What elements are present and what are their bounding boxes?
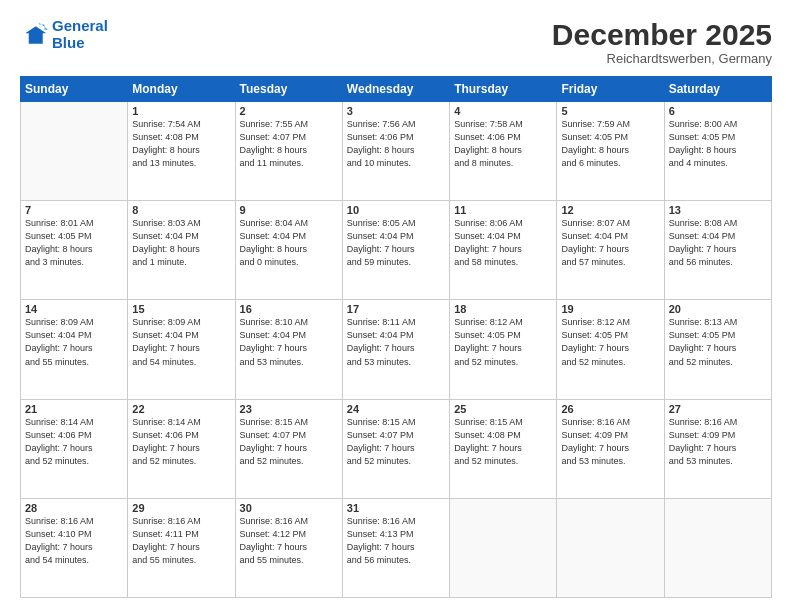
calendar-header-row: SundayMondayTuesdayWednesdayThursdayFrid…	[21, 77, 772, 102]
calendar-week-row: 28Sunrise: 8:16 AM Sunset: 4:10 PM Dayli…	[21, 498, 772, 597]
logo-line2: Blue	[52, 34, 85, 51]
day-number: 13	[669, 204, 767, 216]
calendar-cell: 6Sunrise: 8:00 AM Sunset: 4:05 PM Daylig…	[664, 102, 771, 201]
calendar-cell: 14Sunrise: 8:09 AM Sunset: 4:04 PM Dayli…	[21, 300, 128, 399]
calendar-cell: 23Sunrise: 8:15 AM Sunset: 4:07 PM Dayli…	[235, 399, 342, 498]
calendar-cell: 21Sunrise: 8:14 AM Sunset: 4:06 PM Dayli…	[21, 399, 128, 498]
day-info: Sunrise: 8:16 AM Sunset: 4:11 PM Dayligh…	[132, 515, 230, 567]
calendar-cell	[664, 498, 771, 597]
day-info: Sunrise: 8:10 AM Sunset: 4:04 PM Dayligh…	[240, 316, 338, 368]
calendar-cell: 28Sunrise: 8:16 AM Sunset: 4:10 PM Dayli…	[21, 498, 128, 597]
calendar-week-row: 21Sunrise: 8:14 AM Sunset: 4:06 PM Dayli…	[21, 399, 772, 498]
day-info: Sunrise: 8:03 AM Sunset: 4:04 PM Dayligh…	[132, 217, 230, 269]
weekday-header-saturday: Saturday	[664, 77, 771, 102]
calendar-cell: 31Sunrise: 8:16 AM Sunset: 4:13 PM Dayli…	[342, 498, 449, 597]
day-number: 21	[25, 403, 123, 415]
header: General Blue December 2025 Reichardtswer…	[20, 18, 772, 66]
logo-icon	[20, 21, 48, 49]
day-number: 23	[240, 403, 338, 415]
calendar-cell: 4Sunrise: 7:58 AM Sunset: 4:06 PM Daylig…	[450, 102, 557, 201]
calendar-cell: 3Sunrise: 7:56 AM Sunset: 4:06 PM Daylig…	[342, 102, 449, 201]
day-number: 18	[454, 303, 552, 315]
svg-marker-1	[39, 22, 48, 29]
svg-marker-0	[25, 26, 46, 44]
day-number: 8	[132, 204, 230, 216]
day-number: 22	[132, 403, 230, 415]
calendar-cell: 1Sunrise: 7:54 AM Sunset: 4:08 PM Daylig…	[128, 102, 235, 201]
day-info: Sunrise: 8:01 AM Sunset: 4:05 PM Dayligh…	[25, 217, 123, 269]
weekday-header-sunday: Sunday	[21, 77, 128, 102]
day-info: Sunrise: 8:12 AM Sunset: 4:05 PM Dayligh…	[561, 316, 659, 368]
month-title: December 2025	[552, 18, 772, 51]
calendar-cell: 27Sunrise: 8:16 AM Sunset: 4:09 PM Dayli…	[664, 399, 771, 498]
day-info: Sunrise: 7:59 AM Sunset: 4:05 PM Dayligh…	[561, 118, 659, 170]
calendar-cell: 26Sunrise: 8:16 AM Sunset: 4:09 PM Dayli…	[557, 399, 664, 498]
day-number: 3	[347, 105, 445, 117]
calendar-cell: 9Sunrise: 8:04 AM Sunset: 4:04 PM Daylig…	[235, 201, 342, 300]
calendar-cell: 10Sunrise: 8:05 AM Sunset: 4:04 PM Dayli…	[342, 201, 449, 300]
calendar-cell: 17Sunrise: 8:11 AM Sunset: 4:04 PM Dayli…	[342, 300, 449, 399]
day-number: 4	[454, 105, 552, 117]
calendar-cell: 19Sunrise: 8:12 AM Sunset: 4:05 PM Dayli…	[557, 300, 664, 399]
calendar-cell: 5Sunrise: 7:59 AM Sunset: 4:05 PM Daylig…	[557, 102, 664, 201]
day-number: 27	[669, 403, 767, 415]
calendar-week-row: 1Sunrise: 7:54 AM Sunset: 4:08 PM Daylig…	[21, 102, 772, 201]
day-number: 10	[347, 204, 445, 216]
day-info: Sunrise: 8:15 AM Sunset: 4:07 PM Dayligh…	[347, 416, 445, 468]
calendar-cell	[450, 498, 557, 597]
calendar-cell: 18Sunrise: 8:12 AM Sunset: 4:05 PM Dayli…	[450, 300, 557, 399]
day-number: 24	[347, 403, 445, 415]
day-number: 26	[561, 403, 659, 415]
day-number: 1	[132, 105, 230, 117]
day-number: 11	[454, 204, 552, 216]
calendar-week-row: 7Sunrise: 8:01 AM Sunset: 4:05 PM Daylig…	[21, 201, 772, 300]
day-info: Sunrise: 8:15 AM Sunset: 4:07 PM Dayligh…	[240, 416, 338, 468]
day-number: 20	[669, 303, 767, 315]
calendar-cell: 13Sunrise: 8:08 AM Sunset: 4:04 PM Dayli…	[664, 201, 771, 300]
calendar-cell: 20Sunrise: 8:13 AM Sunset: 4:05 PM Dayli…	[664, 300, 771, 399]
day-info: Sunrise: 8:14 AM Sunset: 4:06 PM Dayligh…	[132, 416, 230, 468]
calendar-cell: 30Sunrise: 8:16 AM Sunset: 4:12 PM Dayli…	[235, 498, 342, 597]
calendar-cell: 12Sunrise: 8:07 AM Sunset: 4:04 PM Dayli…	[557, 201, 664, 300]
day-number: 16	[240, 303, 338, 315]
day-number: 2	[240, 105, 338, 117]
day-number: 6	[669, 105, 767, 117]
day-info: Sunrise: 8:15 AM Sunset: 4:08 PM Dayligh…	[454, 416, 552, 468]
calendar-cell	[21, 102, 128, 201]
day-number: 25	[454, 403, 552, 415]
day-info: Sunrise: 8:16 AM Sunset: 4:12 PM Dayligh…	[240, 515, 338, 567]
day-info: Sunrise: 7:54 AM Sunset: 4:08 PM Dayligh…	[132, 118, 230, 170]
weekday-header-monday: Monday	[128, 77, 235, 102]
day-number: 19	[561, 303, 659, 315]
calendar-cell: 16Sunrise: 8:10 AM Sunset: 4:04 PM Dayli…	[235, 300, 342, 399]
day-info: Sunrise: 8:05 AM Sunset: 4:04 PM Dayligh…	[347, 217, 445, 269]
calendar-cell: 25Sunrise: 8:15 AM Sunset: 4:08 PM Dayli…	[450, 399, 557, 498]
weekday-header-friday: Friday	[557, 77, 664, 102]
day-info: Sunrise: 8:07 AM Sunset: 4:04 PM Dayligh…	[561, 217, 659, 269]
day-info: Sunrise: 7:55 AM Sunset: 4:07 PM Dayligh…	[240, 118, 338, 170]
title-block: December 2025 Reichardtswerben, Germany	[552, 18, 772, 66]
calendar-cell: 29Sunrise: 8:16 AM Sunset: 4:11 PM Dayli…	[128, 498, 235, 597]
logo-text: General Blue	[52, 18, 108, 51]
day-number: 30	[240, 502, 338, 514]
calendar-cell: 15Sunrise: 8:09 AM Sunset: 4:04 PM Dayli…	[128, 300, 235, 399]
calendar-table: SundayMondayTuesdayWednesdayThursdayFrid…	[20, 76, 772, 598]
day-info: Sunrise: 8:04 AM Sunset: 4:04 PM Dayligh…	[240, 217, 338, 269]
day-info: Sunrise: 8:00 AM Sunset: 4:05 PM Dayligh…	[669, 118, 767, 170]
logo: General Blue	[20, 18, 108, 51]
day-info: Sunrise: 8:16 AM Sunset: 4:09 PM Dayligh…	[669, 416, 767, 468]
day-info: Sunrise: 8:14 AM Sunset: 4:06 PM Dayligh…	[25, 416, 123, 468]
day-info: Sunrise: 8:16 AM Sunset: 4:10 PM Dayligh…	[25, 515, 123, 567]
day-info: Sunrise: 8:16 AM Sunset: 4:13 PM Dayligh…	[347, 515, 445, 567]
day-info: Sunrise: 8:09 AM Sunset: 4:04 PM Dayligh…	[25, 316, 123, 368]
day-number: 29	[132, 502, 230, 514]
day-info: Sunrise: 7:56 AM Sunset: 4:06 PM Dayligh…	[347, 118, 445, 170]
day-info: Sunrise: 8:09 AM Sunset: 4:04 PM Dayligh…	[132, 316, 230, 368]
day-number: 17	[347, 303, 445, 315]
day-info: Sunrise: 8:06 AM Sunset: 4:04 PM Dayligh…	[454, 217, 552, 269]
calendar-cell	[557, 498, 664, 597]
day-number: 14	[25, 303, 123, 315]
day-number: 5	[561, 105, 659, 117]
calendar-cell: 7Sunrise: 8:01 AM Sunset: 4:05 PM Daylig…	[21, 201, 128, 300]
day-number: 15	[132, 303, 230, 315]
